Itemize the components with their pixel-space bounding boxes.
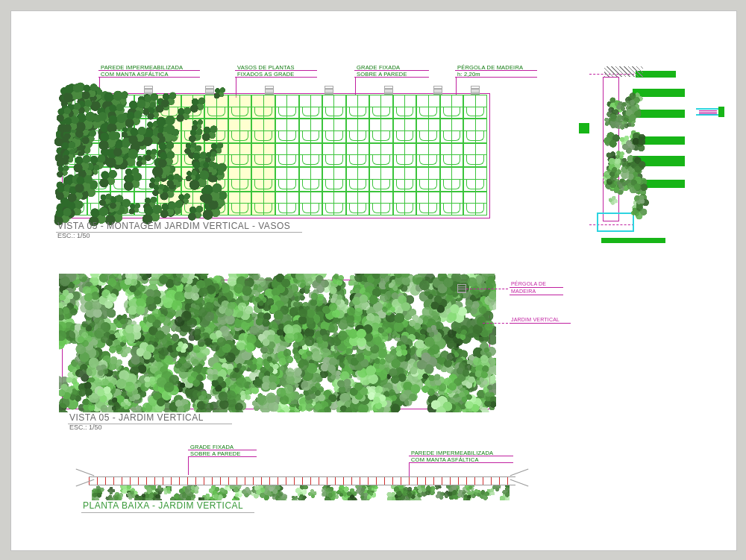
callout-underline [510, 323, 571, 324]
plant-icon [144, 492, 155, 500]
view2-scale: ESC.: 1/50 [69, 424, 102, 431]
plant-icon [113, 491, 125, 500]
plant-icon [63, 83, 84, 104]
grid-cell [463, 167, 487, 191]
plant-icon [606, 113, 625, 131]
grid-cell [275, 192, 299, 215]
plant-icon [433, 485, 442, 491]
plant-icon [239, 388, 252, 402]
plant-icon [81, 83, 98, 100]
plant-icon [184, 142, 198, 155]
plant-icon [187, 205, 204, 221]
callout-4b: h: 2,20m [457, 71, 480, 78]
view2-title: VISTA 05 - JARDIM VERTICAL [69, 412, 204, 423]
grid-cell [463, 119, 487, 142]
plant-icon [401, 485, 413, 497]
section-detail [567, 63, 686, 242]
grid-cell [346, 143, 370, 167]
plant-icon [57, 164, 70, 177]
leader-h [483, 323, 508, 324]
grid-cell [275, 119, 299, 142]
grid-cell [416, 167, 440, 191]
plan-callout-2b: COM MANTA ASFÁLTICA [411, 456, 479, 463]
plant-icon [614, 149, 625, 160]
view1-scale: ESC.: 1/50 [57, 232, 90, 239]
foliage-mass [59, 274, 496, 412]
plant-icon [634, 194, 646, 206]
leader [188, 457, 189, 475]
plant-icon [99, 193, 113, 207]
view2-callout-1b: MADEIRA [511, 289, 536, 294]
callout-1a: PAREDE IMPERMEABILIZADA [101, 64, 183, 71]
grid-cell [393, 192, 417, 215]
grid-cell [322, 119, 346, 142]
callout-4a: PÉRGOLA DE MADEIRA [457, 64, 523, 71]
plant-icon [157, 126, 169, 139]
plant-icon [128, 126, 148, 145]
vent-icon [433, 86, 442, 95]
plant-icon [122, 274, 140, 287]
grid-cell [228, 95, 252, 119]
vent-icon [325, 86, 333, 95]
callout-1b: COM MANTA ASFÁLTICA [101, 71, 169, 78]
grid-cell [299, 167, 323, 191]
plant-icon [346, 327, 367, 348]
grid-cell [228, 167, 252, 191]
plan-wall [89, 476, 515, 485]
grid-cell [346, 167, 370, 191]
callout-underline [510, 295, 563, 295]
grid-cell [228, 119, 252, 142]
grid-cell [346, 95, 370, 119]
grid-cell [228, 192, 252, 215]
grid-cell [322, 95, 346, 119]
plant-icon [92, 487, 102, 498]
grid-cell [251, 143, 275, 167]
plant-icon [152, 183, 166, 197]
plant-icon [144, 148, 157, 161]
plant-icon [76, 380, 94, 397]
grid-cell [393, 143, 417, 167]
callout-3b: SOBRE A PAREDE [357, 71, 407, 78]
grid-cell [322, 192, 346, 215]
grid-cell [369, 143, 393, 167]
callout-3a: GRADE FIXADA [357, 64, 400, 71]
grid-cell [299, 95, 323, 119]
grid-cell [463, 95, 487, 119]
plant-icon [201, 125, 219, 142]
plant-icon [394, 342, 410, 358]
grid-cell [299, 119, 323, 142]
plant-icon [213, 87, 226, 100]
plant-icon [427, 372, 442, 388]
plant-icon [189, 128, 204, 143]
plan-callout-2a: PAREDE IMPERMEABILIZADA [411, 450, 493, 456]
grid-cell [275, 95, 299, 119]
grid-cell [393, 119, 417, 142]
break-mark [510, 469, 529, 476]
plan-callout-1b: SOBRE A PAREDE [190, 450, 241, 457]
plan-title: PLANTA BAIXA - JARDIM VERTICAL [83, 500, 243, 511]
plant-icon [157, 150, 175, 168]
grid-cell [416, 119, 440, 142]
grid-cell [440, 167, 464, 191]
callout-underline [510, 287, 563, 288]
grid-cell [299, 143, 323, 167]
grid-cell [275, 167, 299, 191]
plant-icon [162, 486, 172, 496]
vent-icon [384, 86, 393, 95]
grid-cell [369, 192, 393, 215]
plant-icon [360, 491, 369, 500]
grid-cell [440, 119, 464, 142]
grid-cell [416, 143, 440, 167]
plant-icon [144, 287, 163, 306]
plant-icon [462, 493, 472, 500]
plant-icon [260, 374, 278, 391]
plant-icon [128, 203, 141, 215]
plant-icon [73, 154, 93, 174]
plant-icon [318, 354, 339, 375]
leader-h [466, 289, 508, 289]
title-underline [81, 512, 254, 513]
grid-cell [440, 95, 464, 119]
grid-cell [275, 143, 299, 167]
callout-2b: FIXADOS AS GRADE [237, 71, 295, 78]
title-underline [56, 232, 302, 233]
